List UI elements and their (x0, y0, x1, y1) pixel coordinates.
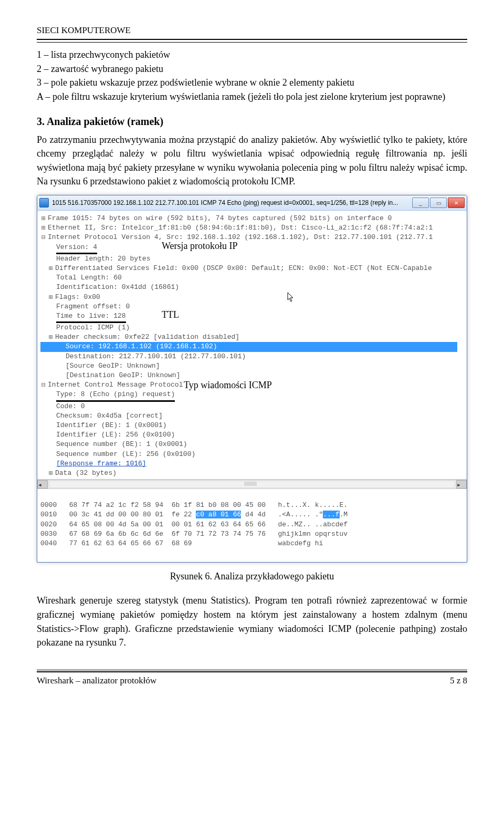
hex-highlight-src-ip: c0 a8 01 66 (196, 511, 241, 518)
intro-legend: 1 – lista przechwyconych pakietów 2 – za… (37, 48, 467, 104)
tree-icmp-seq-le[interactable]: Sequence number (LE): 256 (0x0100) (40, 450, 464, 459)
header-title: SIECI KOMPUTEROWE (37, 25, 131, 35)
scroll-track[interactable] (49, 481, 455, 488)
tree-ip-destination[interactable]: Destination: 212.77.100.101 (212.77.100.… (40, 352, 464, 361)
hex-row-2[interactable]: 0020 64 65 08 00 4d 5a 00 01 00 01 61 62… (40, 521, 348, 528)
window-maximize-button[interactable]: ▭ (430, 198, 447, 208)
tree-ip-identification[interactable]: Identification: 0x41dd (16861) (40, 283, 464, 292)
tree-ip-protocol[interactable]: Protocol: ICMP (1) (40, 323, 464, 332)
hex-row-3[interactable]: 0030 67 68 69 6a 6b 6c 6d 6e 6f 70 71 72… (40, 530, 348, 538)
page-header: SIECI KOMPUTEROWE (37, 25, 467, 40)
expand-icon[interactable]: ⊞ (40, 214, 47, 223)
tree-icmp-id-be[interactable]: Identifier (BE): 1 (0x0001) (40, 421, 464, 430)
scroll-thumb[interactable] (244, 482, 257, 486)
tree-ip-fragoffset[interactable]: Fragment offset: 0 (40, 302, 464, 311)
tree-frame[interactable]: ⊞Frame 1015: 74 bytes on wire (592 bits)… (40, 214, 464, 223)
tree-icmp-checksum[interactable]: Checksum: 0x4d5a [correct] (40, 411, 464, 421)
section-3-para: Po zatrzymaniu przechwytywania można prz… (37, 133, 467, 189)
tree-ip-flags[interactable]: ⊞Flags: 0x00 (40, 293, 464, 302)
window-close-button[interactable]: ✕ (448, 198, 465, 208)
tree-ip-srcgeo[interactable]: [Source GeoIP: Unknown] (40, 361, 464, 371)
collapse-icon[interactable]: ⊟ (40, 233, 47, 242)
hex-row-4[interactable]: 0040 77 61 62 63 64 65 66 67 68 69 wabcd… (40, 539, 323, 547)
wireshark-icon (39, 198, 49, 207)
tree-ip-headerchk[interactable]: ⊞Header checksum: 0xfe22 [validation dis… (40, 332, 464, 342)
footer-right: 5 z 8 (450, 675, 467, 686)
tree-data[interactable]: ⊞Data (32 bytes) (40, 469, 464, 478)
page-footer: Wireshark – analizator protokłów 5 z 8 (37, 672, 467, 686)
expand-icon[interactable]: ⊞ (40, 223, 47, 233)
tree-ip-headerlen[interactable]: Header length: 20 bytes (40, 254, 464, 264)
tree-ethernet[interactable]: ⊞Ethernet II, Src: Intelcor_1f:81:b0 (58… (40, 223, 464, 233)
expand-icon[interactable]: ⊞ (40, 469, 54, 478)
intro-line-4: A – pole filtru wskazuje kryterium wyświ… (37, 91, 445, 102)
packet-bytes-pane[interactable]: 0000 68 7f 74 a2 1c f2 58 94 6b 1f 81 b0… (37, 489, 467, 562)
tree-ip-dstgeo[interactable]: [Destination GeoIP: Unknown] (40, 371, 464, 380)
tree-ip-version[interactable]: Version: 4 (40, 243, 464, 254)
tree-ip-source-selected[interactable]: Source: 192.168.1.102 (192.168.1.102) (40, 342, 457, 351)
tree-icmp-id-le[interactable]: Identifier (LE): 256 (0x0100) (40, 430, 464, 440)
tree-icmp-response-link[interactable]: [Response frame: 1016] (40, 459, 464, 469)
wireshark-window: 1015 516.170357000 192.168.1.102 212.77.… (37, 195, 467, 563)
scroll-right-button[interactable]: ▸ (456, 480, 467, 489)
intro-line-3: 3 – pole pakietu wskazuje przez podświet… (37, 77, 354, 88)
tree-icmp[interactable]: ⊟Internet Control Message Protocol (40, 380, 464, 390)
tree-icmp-seq-be[interactable]: Sequence number (BE): 1 (0x0001) (40, 440, 464, 449)
intro-line-1: 1 – lista przechwyconych pakietów (37, 49, 170, 60)
section-3-title: 3. Analiza pakietów (ramek) (37, 116, 467, 128)
scroll-left-button[interactable]: ◂ (37, 480, 48, 489)
window-minimize-button[interactable]: _ (412, 198, 429, 208)
footer-left: Wireshark – analizator protokłów (37, 675, 156, 686)
window-titlebar: 1015 516.170357000 192.168.1.102 212.77.… (37, 195, 467, 211)
packet-details-pane[interactable]: ⊞Frame 1015: 74 bytes on wire (592 bits)… (37, 211, 467, 480)
expand-icon[interactable]: ⊞ (40, 264, 54, 273)
outro-paragraph: Wireshark generuje szereg statystyk (men… (37, 594, 467, 650)
figure-6-caption: Rysunek 6. Analiza przykładowego pakietu (37, 571, 467, 582)
expand-icon[interactable]: ⊞ (40, 332, 54, 342)
hex-row-0[interactable]: 0000 68 7f 74 a2 1c f2 58 94 6b 1f 81 b0… (40, 501, 348, 509)
intro-line-2: 2 – zawartość wybranego pakietu (37, 64, 163, 74)
tree-ip-totallen[interactable]: Total Length: 60 (40, 273, 464, 283)
tree-icmp-type[interactable]: Type: 8 (Echo (ping) request) (40, 390, 464, 401)
figure-6-wrapper: 1015 516.170357000 192.168.1.102 212.77.… (37, 195, 467, 563)
window-title: 1015 516.170357000 192.168.1.102 212.77.… (52, 199, 411, 206)
tree-icmp-code[interactable]: Code: 0 (40, 402, 464, 411)
header-rule (37, 42, 467, 43)
tree-ip-dsf[interactable]: ⊞Differentiated Services Field: 0x00 (DS… (40, 264, 464, 273)
tree-ip-ttl[interactable]: Time to live: 128 (40, 311, 464, 323)
hex-row-1[interactable]: 0010 00 3c 41 dd 00 00 80 01 fe 22 c0 a8… (40, 511, 348, 518)
expand-icon[interactable]: ⊞ (40, 293, 54, 302)
tree-ip[interactable]: ⊟Internet Protocol Version 4, Src: 192.1… (40, 233, 464, 242)
collapse-icon[interactable]: ⊟ (40, 380, 47, 390)
horizontal-scrollbar[interactable]: ◂ ▸ (37, 480, 467, 489)
